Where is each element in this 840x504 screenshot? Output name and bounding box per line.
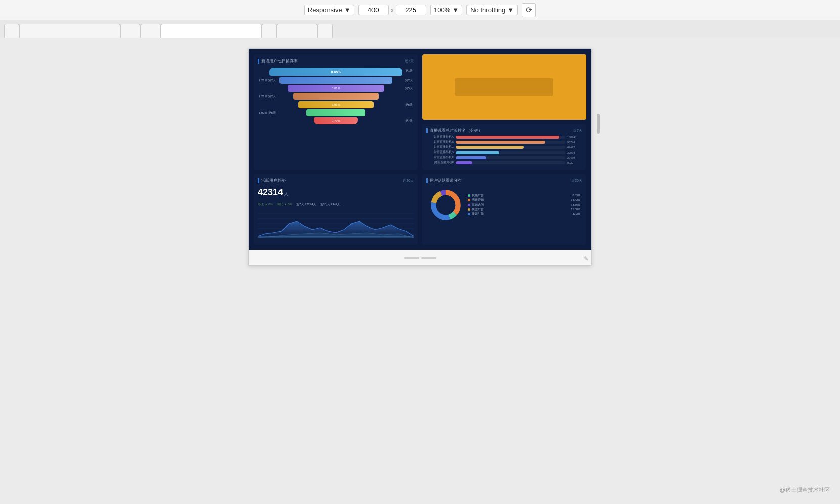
tab-1[interactable] — [4, 24, 19, 38]
width-input[interactable] — [358, 5, 389, 15]
funnel-label-3-right: 第5天 — [405, 86, 413, 91]
dimension-separator: x — [391, 6, 394, 14]
frame-bottom — [249, 250, 591, 265]
donut-chart — [428, 187, 463, 223]
bar-track-5 — [456, 156, 565, 159]
tab-5[interactable] — [161, 24, 262, 38]
funnel-card-title: 新增用户七日留存率 近7天 — [258, 58, 414, 64]
width-input-group: x — [358, 5, 427, 15]
orange-card-inner — [455, 78, 553, 96]
bar-fill-5 — [456, 156, 486, 159]
funnel-label-6-left: 1.92% 第6天 — [259, 111, 276, 115]
throttling-selector[interactable]: No throttling ▼ — [466, 5, 518, 15]
right-column: 直播观看总时长排名（分钟） 近7天 财富直播外机A 100240 — [422, 54, 586, 170]
ranking-title-bar — [426, 128, 428, 133]
legend-label-5: 搜索引擎 — [472, 212, 484, 216]
watermark: @稀土掘金技术社区 — [780, 486, 830, 494]
throttling-label: No throttling — [470, 6, 505, 14]
bar-fill-1 — [456, 136, 559, 139]
stat-4: 近30天 2342人 — [320, 202, 341, 207]
bar-track-4 — [456, 151, 565, 154]
bar-row-1: 财富直播外机A 100240 — [426, 135, 582, 139]
bar-value-6: 9032 — [567, 161, 582, 164]
funnel-layer-4: 7.21% 第2天 — [258, 93, 414, 100]
handle-line-2 — [421, 257, 436, 259]
height-input[interactable] — [396, 5, 426, 15]
rotate-button[interactable]: ⟳ — [522, 3, 536, 17]
funnel-pct-3: 5.81% — [288, 85, 385, 92]
funnel-bar-1: 8.65% — [269, 68, 402, 76]
tab-8[interactable] — [317, 24, 333, 38]
zoom-selector[interactable]: 100% ▼ — [430, 5, 462, 15]
stat-1: 环比 ▲ 0% — [258, 202, 273, 207]
preview-wrapper: 新增用户七日留存率 近7天 第1天 8.65% — [248, 48, 592, 266]
legend-5: 搜索引擎 33.2% — [468, 212, 580, 216]
orange-card — [422, 54, 586, 120]
bar-value-5: 22439 — [567, 156, 582, 159]
legend-pct-1: 8.53% — [572, 194, 580, 197]
distribution-card: 用户活跃渠道分布 近30天 — [422, 174, 586, 245]
main-area: 新增用户七日留存率 近7天 第1天 8.65% — [0, 38, 840, 504]
distribution-card-title: 用户活跃渠道分布 近30天 — [426, 178, 582, 183]
trend-stats: 环比 ▲ 0% 同比 ▲ 0% 近7天 42234人 近30天 2342人 — [258, 202, 414, 207]
dashboard: 新增用户七日留存率 近7天 第1天 8.65% — [249, 49, 591, 250]
throttling-dropdown[interactable]: No throttling ▼ — [466, 5, 518, 15]
bar-fill-4 — [456, 151, 499, 154]
legend-2: 病毒营销 36.42% — [468, 198, 580, 202]
toolbar: Responsive ▼ x 100% ▼ No throttling ▼ ⟳ — [0, 0, 840, 20]
trend-unit: 人 — [284, 191, 288, 197]
legend-3: 基础访问 33.36% — [468, 203, 580, 207]
bar-fill-6 — [456, 161, 472, 164]
funnel-label-1-right: 第1天 — [405, 69, 413, 73]
ranking-card: 直播观看总时长排名（分钟） 近7天 财富直播外机A 100240 — [422, 124, 586, 170]
bar-row-2: 财富直播外机B 98744 — [426, 140, 582, 144]
funnel-layer-2: 7.21% 第2天 第2天 — [258, 77, 414, 84]
responsive-dropdown[interactable]: Responsive ▼ — [304, 5, 354, 15]
funnel-layer-3: 5.81% 第5天 — [258, 85, 414, 92]
funnel-bar-3: 5.81% — [288, 85, 385, 92]
bar-track-1 — [456, 136, 565, 139]
zoom-dropdown[interactable]: 100% ▼ — [430, 5, 462, 15]
funnel-bar-7: 3.70% — [314, 117, 358, 124]
funnel-bar-5: 5.81% — [298, 101, 373, 108]
legend-4: 联盟广告 15.38% — [468, 208, 580, 211]
funnel-layer-1: 第1天 8.65% — [258, 68, 414, 76]
trend-title-text: 活跃用户趋势 — [261, 178, 286, 183]
funnel-bar-6 — [306, 109, 365, 116]
scrollbar-thumb[interactable] — [597, 114, 600, 134]
distribution-period: 近30天 — [571, 178, 582, 183]
bar-row-3: 财富直播外机C 62492 — [426, 145, 582, 149]
tab-7[interactable] — [277, 24, 317, 38]
dist-title-bar — [426, 178, 428, 183]
bar-value-4: 39034 — [567, 151, 582, 154]
tab-2[interactable] — [19, 24, 120, 38]
throttling-arrow: ▼ — [507, 6, 514, 14]
funnel-label-4-left: 7.21% 第2天 — [259, 94, 276, 99]
funnel-bar-4 — [293, 93, 379, 100]
stat-2: 同比 ▲ 0% — [277, 202, 292, 207]
ranking-card-title: 直播观看总时长排名（分钟） 近7天 — [426, 128, 582, 133]
bar-label-1: 财富直播外机A — [426, 135, 454, 139]
legend-pct-4: 15.38% — [571, 208, 580, 211]
tab-3[interactable] — [120, 24, 141, 38]
funnel-label-5-right: 第5天 — [405, 103, 413, 107]
funnel-card: 新增用户七日留存率 近7天 第1天 8.65% — [254, 54, 418, 170]
funnel-title-text: 新增用户七日留存率 — [261, 58, 298, 64]
donut-legend: 视频广告 8.53% 病毒营销 36.42% 基础访问 — [463, 194, 580, 217]
legend-1: 视频广告 8.53% — [468, 194, 580, 197]
legend-dot-3 — [468, 204, 470, 206]
bar-fill-2 — [456, 141, 545, 144]
bar-track-2 — [456, 141, 565, 144]
legend-label-3: 基础访问 — [472, 203, 484, 207]
responsive-selector[interactable]: Responsive ▼ — [304, 5, 354, 15]
legend-pct-2: 36.42% — [571, 198, 580, 201]
tab-4[interactable] — [141, 24, 161, 38]
funnel-pct-2 — [279, 77, 392, 84]
tab-6[interactable] — [262, 24, 277, 38]
legend-pct-3: 33.36% — [571, 203, 580, 206]
trend-number-row: 42314 人 — [258, 185, 414, 200]
trend-card: 活跃用户趋势 近30天 42314 人 环比 ▲ 0% 同比 ▲ 0% 近7天 … — [254, 174, 418, 245]
trend-title-bar — [258, 178, 259, 183]
zoom-arrow: ▼ — [452, 6, 459, 14]
ranking-period: 近7天 — [573, 128, 582, 133]
